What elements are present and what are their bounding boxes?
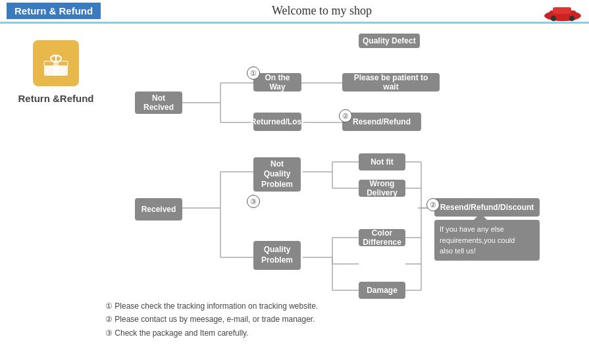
main-content: Return &Refund (0, 24, 589, 364)
note-2: ② Please contact us by meesage, e-mail, … (105, 313, 318, 326)
node-not-quality-problem: NotQualityProblem (253, 157, 301, 192)
svg-point-3 (551, 16, 556, 21)
node-quality-problem: QualityProblem (253, 241, 301, 270)
node-not-fit: Not fit (359, 153, 405, 170)
node-color-difference: Color Difference (359, 229, 405, 246)
badge-3: ③ (247, 195, 260, 208)
left-panel-label: Return &Refund (18, 93, 94, 104)
badge-2-mid: ② (426, 198, 440, 211)
node-returned-lost: Returned/Lost (253, 113, 301, 131)
node-damage: Damage (359, 282, 405, 299)
node-not-received: Not Recived (135, 91, 182, 114)
node-resend-refund-discount: Resend/Refund/Discount (434, 198, 540, 217)
header: Return & Refund Welcome to my shop (0, 0, 589, 24)
note-3: ③ Check the package and Item carefully. (105, 326, 318, 340)
header-title: Return & Refund (7, 3, 101, 19)
car-decoration (543, 1, 582, 21)
node-quality-defect: Quality Defect (359, 34, 420, 48)
diagram: ① ② ③ ② Not Recived On the Way Returned/… (99, 34, 582, 343)
note-1: ① Please check the tracking information … (105, 299, 318, 313)
node-please-wait: Please be patient to wait (342, 73, 440, 91)
gift-icon (33, 40, 79, 86)
left-panel: Return &Refund (13, 34, 99, 357)
info-box-text: If you have any elserequirements,you cou… (440, 224, 534, 257)
header-welcome: Welcome to my shop (101, 4, 543, 18)
node-on-the-way: On the Way (253, 73, 301, 91)
badge-2-top: ② (339, 109, 352, 122)
info-box: If you have any elserequirements,you cou… (434, 220, 540, 261)
svg-point-4 (569, 16, 575, 21)
node-resend-refund-top: Resend/Refund (342, 113, 421, 131)
svg-rect-2 (553, 7, 571, 14)
footer-notes: ① Please check the tracking information … (105, 299, 318, 340)
node-wrong-delivery: Wrong Delivery (359, 180, 405, 197)
node-received: Received (135, 198, 182, 221)
badge-1: ① (247, 66, 260, 80)
connector-lines (99, 34, 582, 343)
svg-rect-7 (53, 61, 59, 76)
